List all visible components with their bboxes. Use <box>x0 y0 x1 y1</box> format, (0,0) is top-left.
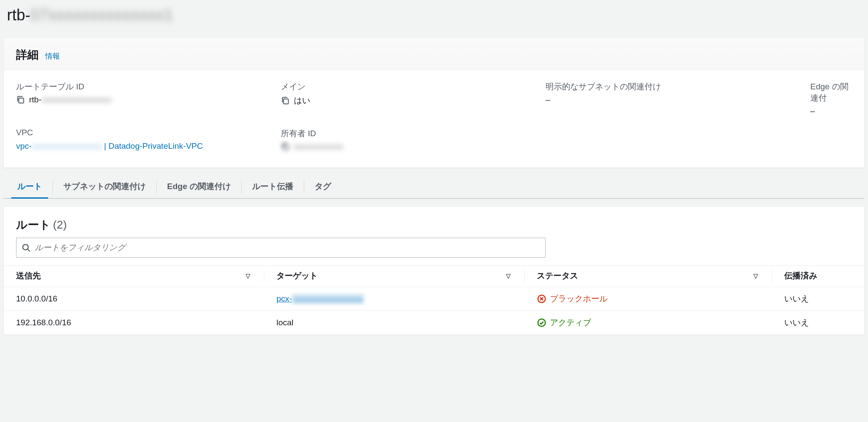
routes-filter-wrap <box>4 235 864 265</box>
routes-filter-box[interactable] <box>16 238 546 258</box>
table-row[interactable]: 10.0.0.0/16 pcx-xxxxxxxxxxxxxxxxx <box>4 287 864 311</box>
field-label-owner-id: 所有者 ID <box>281 128 546 139</box>
search-icon <box>22 243 30 252</box>
routes-filter-input[interactable] <box>35 243 540 252</box>
details-panel: 詳細 情報 ルートテーブル ID rtb-xxxxxxxxxxxxxxxxx メ… <box>3 37 865 168</box>
tab-tags[interactable]: タグ <box>304 176 342 198</box>
field-label-route-table-id: ルートテーブル ID <box>16 81 281 92</box>
field-label-edge-assoc: Edge の関連付 <box>810 81 852 104</box>
tab-list: ルート サブネットの関連付け Edge の関連付け ルート伝播 タグ <box>7 176 861 198</box>
col-header-destination[interactable]: 送信先 ▽ <box>4 265 264 287</box>
copy-icon[interactable] <box>281 96 289 105</box>
field-value-vpc: vpc-xxxxxxxxxxxxxxxxx | Datadog-PrivateL… <box>16 140 281 153</box>
table-row[interactable]: 192.168.0.0/16 local アクティブ いいえ <box>4 311 864 334</box>
field-vpc: VPC vpc-xxxxxxxxxxxxxxxxx | Datadog-Priv… <box>16 128 281 153</box>
field-value-explicit-subnet: – <box>546 95 810 105</box>
status-badge: ブラックホール <box>537 293 766 304</box>
status-text: アクティブ <box>550 317 591 328</box>
field-label-vpc: VPC <box>16 128 281 137</box>
field-edge-assoc: Edge の関連付 – <box>810 81 852 116</box>
tab-bar: ルート サブネットの関連付け Edge の関連付け ルート伝播 タグ <box>3 176 865 199</box>
cell-destination: 192.168.0.0/16 <box>4 311 264 334</box>
field-explicit-subnet-assoc: 明示的なサブネットの関連付け – <box>546 81 810 116</box>
status-badge: アクティブ <box>537 317 766 328</box>
owner-id-text: xxxxxxxxxxxx <box>294 142 343 151</box>
svg-rect-1 <box>283 99 288 104</box>
svg-line-4 <box>28 249 30 251</box>
page-title-prefix: rtb- <box>7 6 30 24</box>
filter-icon[interactable]: ▽ <box>753 272 758 279</box>
filter-icon[interactable]: ▽ <box>246 272 250 279</box>
col-header-target[interactable]: ターゲット ▽ <box>264 265 525 287</box>
main-text: はい <box>294 95 310 106</box>
route-table-id-text: rtb-xxxxxxxxxxxxxxxxx <box>29 95 112 105</box>
cell-status: ブラックホール <box>525 287 772 311</box>
cell-propagated: いいえ <box>772 311 864 334</box>
field-value-owner-id: xxxxxxxxxxxx <box>281 142 546 151</box>
field-main: メイン はい <box>281 81 546 116</box>
status-text: ブラックホール <box>550 293 608 304</box>
field-value-route-table-id: rtb-xxxxxxxxxxxxxxxxx <box>16 95 281 105</box>
field-value-edge-assoc: – <box>810 106 852 116</box>
cell-status: アクティブ <box>525 311 772 334</box>
tab-edge-assoc[interactable]: Edge の関連付け <box>157 176 241 198</box>
routes-panel-header: ルート (2) <box>4 207 864 235</box>
routes-count: (2) <box>53 218 67 231</box>
routes-table: 送信先 ▽ ターゲット ▽ ステータス ▽ <box>4 265 864 335</box>
field-value-main: はい <box>281 95 546 106</box>
cell-destination: 10.0.0.0/16 <box>4 287 264 311</box>
copy-icon[interactable] <box>16 95 25 104</box>
tab-route-propagation[interactable]: ルート伝播 <box>242 176 304 198</box>
vpc-link[interactable]: vpc-xxxxxxxxxxxxxxxxx | Datadog-PrivateL… <box>16 140 203 153</box>
tab-subnet-assoc[interactable]: サブネットの関連付け <box>53 176 156 198</box>
cell-target: pcx-xxxxxxxxxxxxxxxxx <box>264 287 525 311</box>
svg-rect-2 <box>283 145 288 150</box>
svg-point-3 <box>23 244 29 250</box>
routes-title: ルート <box>16 218 51 231</box>
cell-target: local <box>264 311 525 334</box>
field-label-explicit-subnet: 明示的なサブネットの関連付け <box>546 81 810 92</box>
target-link[interactable]: pcx-xxxxxxxxxxxxxxxxx <box>276 294 364 303</box>
page-title-obscured: 07xxxxxxxxxxxxxx1 <box>30 6 173 24</box>
copy-icon[interactable] <box>281 142 289 151</box>
filter-icon[interactable]: ▽ <box>506 272 511 279</box>
error-icon <box>537 294 546 304</box>
page-header: rtb-07xxxxxxxxxxxxxx1 <box>0 0 868 33</box>
routes-table-header-row: 送信先 ▽ ターゲット ▽ ステータス ▽ <box>4 265 864 287</box>
details-info-link[interactable]: 情報 <box>45 52 60 60</box>
col-header-propagated[interactable]: 伝播済み <box>772 265 864 287</box>
cell-propagated: いいえ <box>772 287 864 311</box>
tab-routes[interactable]: ルート <box>7 176 53 198</box>
field-route-table-id: ルートテーブル ID rtb-xxxxxxxxxxxxxxxxx <box>16 81 281 116</box>
success-icon <box>537 318 546 327</box>
details-title: 詳細 <box>16 48 39 61</box>
col-header-status[interactable]: ステータス ▽ <box>525 265 772 287</box>
details-grid: ルートテーブル ID rtb-xxxxxxxxxxxxxxxxx メイン <box>4 70 864 167</box>
svg-rect-0 <box>19 98 23 103</box>
page-title: rtb-07xxxxxxxxxxxxxx1 <box>7 6 861 24</box>
field-owner-id: 所有者 ID xxxxxxxxxxxx <box>281 128 546 153</box>
details-panel-header: 詳細 情報 <box>4 38 864 70</box>
field-label-main: メイン <box>281 81 546 92</box>
routes-panel: ルート (2) 送信先 ▽ <box>3 206 865 335</box>
